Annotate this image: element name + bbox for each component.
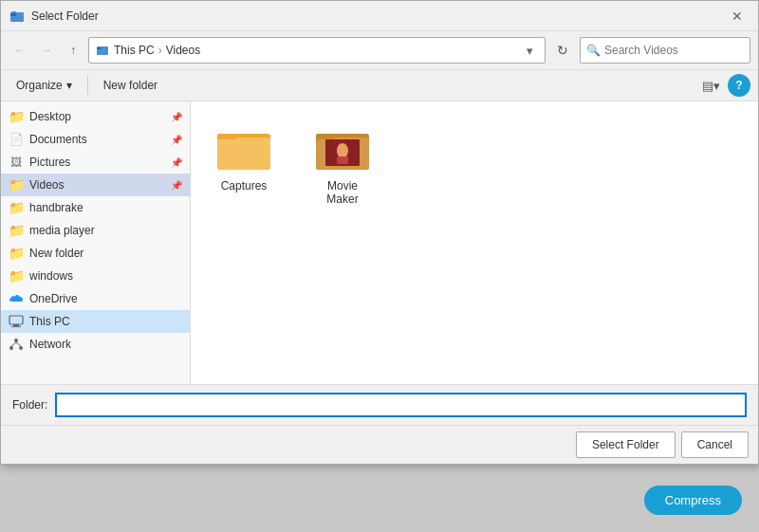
folder-movie-icon (314, 124, 371, 174)
action-buttons: Select Folder Cancel (1, 425, 758, 464)
svg-line-11 (11, 342, 16, 346)
sidebar-item-network[interactable]: Network (1, 333, 190, 356)
folder-yellow-icon: 📁 (9, 246, 24, 261)
sidebar-item-label: This PC (29, 315, 182, 328)
sidebar-item-media-player[interactable]: 📁 media player (1, 219, 190, 242)
file-item-label: Movie Maker (312, 179, 373, 206)
path-bar[interactable]: This PC › Videos ▾ (88, 37, 546, 64)
compress-button[interactable]: Compress (644, 486, 742, 515)
toolbar: Organize ▾ New folder ▤ ▾ ? (1, 70, 758, 101)
pin-icon: 📌 (171, 157, 182, 168)
back-button[interactable]: ← (9, 39, 31, 62)
sidebar-item-label: OneDrive (29, 292, 182, 305)
svg-rect-15 (217, 134, 236, 139)
select-folder-dialog: Select Folder ✕ ← → ↑ This PC › Videos ▾… (0, 0, 759, 465)
help-button[interactable]: ? (728, 74, 750, 97)
forward-button[interactable]: → (35, 39, 58, 62)
refresh-button[interactable]: ↻ (549, 37, 576, 64)
svg-rect-2 (11, 11, 16, 13)
file-item-movie-maker[interactable]: Movie Maker (305, 117, 380, 213)
svg-point-10 (19, 346, 23, 350)
sidebar-item-handbrake[interactable]: 📁 handbrake (1, 196, 190, 219)
dialog-title: Select Folder (31, 9, 724, 23)
folder-blue-icon: 📁 (9, 177, 24, 193)
sidebar-item-desktop[interactable]: 📁 Desktop 📌 (1, 105, 190, 128)
new-folder-button[interactable]: New folder (96, 76, 165, 95)
path-dropdown[interactable]: ▾ (520, 41, 539, 60)
file-item-label: Captures (221, 179, 268, 193)
folder-captures-icon (215, 124, 272, 174)
path-text: This PC › Videos (114, 44, 200, 57)
organize-arrow: ▾ (66, 79, 72, 92)
up-button[interactable]: ↑ (62, 39, 84, 62)
organize-button[interactable]: Organize ▾ (9, 76, 80, 95)
svg-point-8 (14, 339, 18, 342)
svg-rect-18 (316, 134, 335, 139)
folder-yellow-icon: 📁 (9, 200, 24, 215)
sidebar-item-videos[interactable]: 📁 Videos 📌 (1, 174, 190, 196)
sidebar: 📁 Desktop 📌 📄 Documents 📌 🖼 Pictures 📌 📁… (1, 101, 191, 384)
pc-icon (9, 314, 24, 329)
new-folder-label: New folder (103, 79, 157, 92)
svg-line-12 (16, 342, 21, 346)
search-box[interactable]: 🔍 (580, 37, 750, 64)
dialog-icon (9, 8, 26, 25)
sidebar-item-this-pc[interactable]: This PC (1, 310, 190, 333)
sidebar-item-onedrive[interactable]: OneDrive (1, 287, 190, 310)
folder-input-bar: Folder: (1, 384, 758, 425)
sidebar-item-label: Pictures (29, 156, 165, 169)
toolbar-right: ▤ ▾ ? (697, 74, 750, 97)
sidebar-item-label: Network (29, 338, 182, 351)
sidebar-item-pictures[interactable]: 🖼 Pictures 📌 (1, 151, 190, 174)
toolbar-separator (87, 76, 88, 95)
documents-icon: 📄 (9, 132, 24, 147)
select-folder-button[interactable]: Select Folder (576, 431, 676, 458)
sidebar-item-label: media player (29, 224, 182, 237)
cloud-icon (9, 291, 24, 306)
folder-yellow-icon: 📁 (9, 268, 24, 284)
svg-rect-21 (337, 156, 348, 164)
network-icon (9, 337, 24, 352)
sidebar-item-documents[interactable]: 📄 Documents 📌 (1, 128, 190, 151)
sidebar-item-label: windows (29, 269, 182, 283)
sidebar-item-label: Desktop (29, 110, 165, 123)
cancel-button[interactable]: Cancel (681, 431, 749, 458)
sidebar-item-label: New folder (29, 247, 182, 260)
svg-point-20 (337, 143, 348, 158)
close-button[interactable]: ✕ (724, 3, 750, 29)
sidebar-item-label: handbrake (29, 201, 182, 214)
pin-icon: 📌 (171, 135, 182, 145)
svg-rect-14 (217, 138, 270, 170)
pin-icon: 📌 (171, 112, 182, 122)
path-bar-icon (95, 43, 110, 58)
organize-label: Organize (16, 79, 63, 92)
sidebar-item-new-folder[interactable]: 📁 New folder (1, 242, 190, 265)
pictures-icon: 🖼 (9, 155, 24, 170)
sidebar-item-label: Videos (29, 178, 165, 192)
title-bar: Select Folder ✕ (1, 1, 758, 31)
view-button[interactable]: ▤ ▾ (697, 74, 724, 97)
svg-point-9 (9, 346, 13, 350)
folder-input[interactable] (55, 393, 747, 417)
file-item-captures[interactable]: Captures (206, 117, 282, 200)
svg-rect-4 (97, 47, 102, 49)
svg-rect-6 (13, 324, 19, 326)
folder-blue-icon: 📁 (9, 109, 24, 124)
pin-icon: 📌 (171, 180, 182, 191)
folder-label: Folder: (12, 398, 47, 412)
search-input[interactable] (604, 44, 737, 57)
sidebar-item-windows[interactable]: 📁 windows (1, 265, 190, 287)
address-bar: ← → ↑ This PC › Videos ▾ ↻ 🔍 (1, 31, 758, 70)
folder-yellow-icon: 📁 (9, 223, 24, 238)
search-icon: 🔍 (586, 44, 601, 57)
file-view: Captures Movie Maker (191, 101, 758, 384)
main-content: 📁 Desktop 📌 📄 Documents 📌 🖼 Pictures 📌 📁… (1, 101, 758, 384)
svg-rect-1 (10, 13, 16, 16)
svg-rect-5 (9, 316, 23, 324)
svg-rect-7 (11, 326, 21, 327)
sidebar-item-label: Documents (29, 133, 165, 146)
